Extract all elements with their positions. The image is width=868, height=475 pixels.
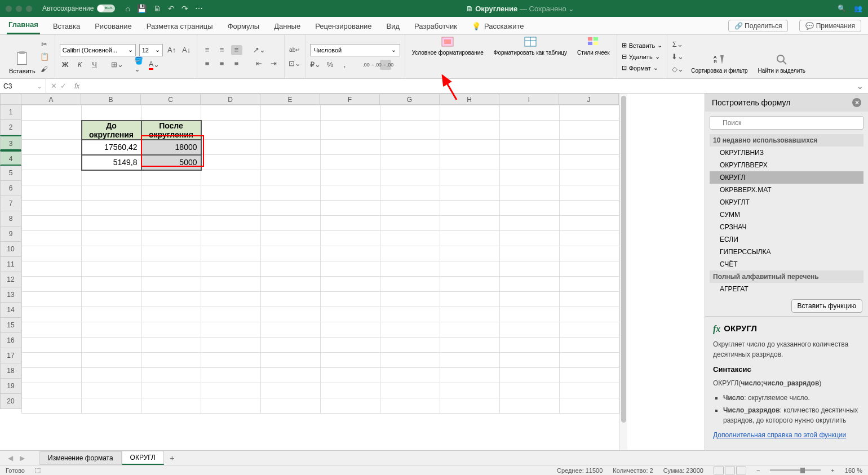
number-format-selector[interactable]: Числовой⌄ bbox=[310, 44, 400, 56]
prev-sheet-icon[interactable]: ◀ bbox=[5, 454, 16, 462]
function-item[interactable]: ОКРУГЛВНИЗ bbox=[710, 147, 863, 159]
tab-layout[interactable]: Разметка страницы bbox=[145, 18, 215, 34]
align-middle-icon[interactable]: ≡ bbox=[216, 45, 228, 55]
tab-formulas[interactable]: Формулы bbox=[226, 18, 262, 34]
tab-developer[interactable]: Разработчик bbox=[413, 18, 459, 34]
more-icon[interactable]: ⋯ bbox=[195, 4, 203, 13]
format-cells-button[interactable]: ⊡ Формат ⌄ bbox=[622, 63, 663, 73]
function-item[interactable]: ЕСЛИ bbox=[710, 233, 863, 246]
font-size-selector[interactable]: 12⌄ bbox=[139, 44, 163, 56]
align-right-icon[interactable]: ≡ bbox=[231, 59, 242, 69]
tab-insert[interactable]: Вставка bbox=[51, 18, 82, 34]
autosum-icon[interactable]: Σ⌄ bbox=[672, 39, 683, 50]
function-list[interactable]: 10 недавно использовавшихся ОКРУГЛВНИЗОК… bbox=[710, 134, 863, 296]
align-center-icon[interactable]: ≡ bbox=[216, 59, 228, 69]
tab-view[interactable]: Вид bbox=[385, 18, 402, 34]
function-item[interactable]: ОКРУГЛВВЕРХ bbox=[710, 159, 863, 171]
decrease-indent-icon[interactable]: ⇤ bbox=[254, 59, 265, 69]
zoom-in-icon[interactable]: + bbox=[831, 467, 834, 474]
close-pane-icon[interactable]: ✕ bbox=[852, 98, 861, 107]
align-bottom-icon[interactable]: ≡ bbox=[231, 45, 242, 55]
view-buttons[interactable] bbox=[714, 467, 746, 474]
clear-icon[interactable]: ◇⌄ bbox=[672, 64, 683, 74]
expand-formula-icon[interactable]: ⌄ bbox=[852, 81, 868, 91]
tell-me[interactable]: 💡 Расскажите bbox=[470, 18, 526, 34]
sheet-tab-1[interactable]: Изменение формата bbox=[39, 451, 122, 465]
increase-font-icon[interactable]: A↑ bbox=[166, 45, 178, 55]
borders-icon[interactable]: ⊞⌄ bbox=[112, 60, 123, 70]
decrease-font-icon[interactable]: A↓ bbox=[181, 45, 192, 55]
function-item[interactable]: ОКРВВЕРХ.МАТ bbox=[710, 184, 863, 196]
function-item[interactable]: СЧЁТ bbox=[710, 258, 863, 270]
share-icon[interactable]: 👥 bbox=[854, 5, 862, 12]
function-item[interactable]: СРЗНАЧ bbox=[710, 221, 863, 233]
fill-icon[interactable]: ⬇⌄ bbox=[672, 52, 683, 62]
add-sheet-icon[interactable]: + bbox=[164, 453, 180, 463]
copy-icon[interactable]: 📋 bbox=[39, 52, 50, 62]
spreadsheet-grid[interactable]: ABCDEFGHIJ123456789101112131415161718192… bbox=[0, 94, 619, 450]
insert-cells-button[interactable]: ⊞ Вставить ⌄ bbox=[622, 41, 663, 51]
more-help-link[interactable]: Дополнительная справка по этой функции bbox=[713, 431, 846, 439]
accessibility-icon[interactable]: ⬚ bbox=[35, 467, 41, 474]
currency-icon[interactable]: ₽⌄ bbox=[310, 60, 321, 70]
underline-button[interactable]: Ч bbox=[89, 60, 100, 70]
font-selector[interactable]: Calibri (Основной...⌄ bbox=[60, 44, 136, 56]
increase-indent-icon[interactable]: ⇥ bbox=[268, 59, 280, 69]
insert-function-button[interactable]: Вставить функцию bbox=[791, 299, 862, 313]
redo-icon[interactable]: ↷ bbox=[181, 4, 188, 13]
function-item[interactable]: ГИПЕРССЫЛКА bbox=[710, 246, 863, 258]
percent-icon[interactable]: % bbox=[325, 60, 336, 70]
italic-button[interactable]: К bbox=[74, 60, 86, 70]
window-controls[interactable] bbox=[6, 6, 32, 12]
tab-review[interactable]: Рецензирование bbox=[313, 18, 373, 34]
function-item[interactable]: СУММ bbox=[710, 208, 863, 221]
undo-icon[interactable]: ↶ bbox=[168, 4, 175, 13]
cut-icon[interactable]: ✂ bbox=[39, 39, 50, 50]
orientation-icon[interactable]: ↗⌄ bbox=[254, 45, 265, 55]
zoom-out-icon[interactable]: − bbox=[756, 467, 760, 474]
name-box[interactable]: C3⌄ bbox=[0, 79, 46, 93]
fill-color-icon[interactable]: 🪣⌄ bbox=[134, 60, 145, 70]
decrease-decimal-icon[interactable]: .0→.00 bbox=[380, 60, 391, 70]
tab-data[interactable]: Данные bbox=[272, 18, 302, 34]
search-icon[interactable]: 🔍 bbox=[838, 5, 846, 12]
cell-styles-button[interactable]: Стили ячеек bbox=[575, 35, 612, 78]
merge-icon[interactable]: ⊡⌄ bbox=[289, 59, 300, 69]
function-item[interactable]: ОКРУГЛТ bbox=[710, 196, 863, 208]
function-search-input[interactable] bbox=[710, 116, 863, 130]
svg-rect-10 bbox=[594, 42, 598, 45]
zoom-slider[interactable] bbox=[770, 469, 821, 471]
delete-cells-button[interactable]: ⊟ Удалить ⌄ bbox=[622, 52, 663, 62]
tab-draw[interactable]: Рисование bbox=[93, 18, 133, 34]
format-painter-icon[interactable]: 🖌 bbox=[39, 64, 50, 74]
tab-home[interactable]: Главная bbox=[7, 16, 40, 34]
format-as-table-button[interactable]: Форматировать как таблицу bbox=[491, 35, 569, 78]
confirm-formula-icon[interactable]: ✓ bbox=[60, 82, 67, 90]
align-left-icon[interactable]: ≡ bbox=[202, 59, 213, 69]
comma-icon[interactable]: , bbox=[339, 60, 351, 70]
paste-button[interactable]: Вставить bbox=[9, 51, 36, 74]
function-item[interactable]: АГРЕГАТ bbox=[710, 283, 863, 295]
find-select-button[interactable]: Найти и выделить bbox=[756, 53, 808, 74]
vertical-scrollbar[interactable] bbox=[619, 94, 627, 450]
zoom-level[interactable]: 160 % bbox=[845, 467, 862, 474]
wrap-text-icon[interactable]: ab↵ bbox=[289, 45, 300, 55]
save-icon[interactable]: 💾 bbox=[137, 4, 147, 13]
comments-button[interactable]: 💬 Примечания bbox=[799, 20, 861, 32]
bold-button[interactable]: Ж bbox=[60, 60, 71, 70]
autosave-toggle[interactable]: Автосохранение вкл. bbox=[42, 5, 115, 12]
conditional-formatting-button[interactable]: Условное форматирование bbox=[410, 35, 486, 78]
formula-input[interactable] bbox=[79, 82, 852, 90]
function-item[interactable]: ОКРУГЛ bbox=[710, 171, 863, 184]
next-sheet-icon[interactable]: ▶ bbox=[16, 454, 28, 462]
increase-decimal-icon[interactable]: .00→.0 bbox=[365, 60, 377, 70]
cancel-formula-icon[interactable]: ✕ bbox=[51, 82, 57, 90]
print-icon[interactable]: 🗎 bbox=[153, 4, 161, 13]
autosave-switch[interactable]: вкл. bbox=[97, 5, 115, 12]
sort-filter-button[interactable]: AЯ Сортировка и фильтр bbox=[689, 53, 750, 74]
align-top-icon[interactable]: ≡ bbox=[202, 45, 213, 55]
share-button[interactable]: 🔗 Поделиться bbox=[728, 20, 789, 32]
font-color-icon[interactable]: A⌄ bbox=[149, 60, 160, 70]
sheet-tab-2[interactable]: ОКРУГЛ bbox=[122, 451, 164, 465]
home-icon[interactable]: ⌂ bbox=[125, 4, 130, 13]
